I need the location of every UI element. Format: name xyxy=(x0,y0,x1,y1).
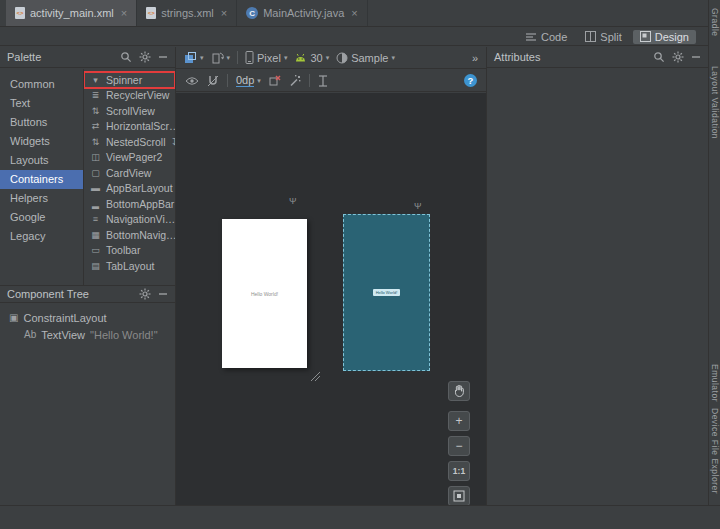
tab-strings-xml[interactable]: <> strings.xml × xyxy=(137,0,237,26)
zoom-reset-button[interactable]: 1:1 xyxy=(448,461,470,481)
design-canvas[interactable]: Ψ Ψ Hello World! Hello World! + − 1:1 xyxy=(176,93,486,505)
category-helpers[interactable]: Helpers xyxy=(0,189,83,208)
category-google[interactable]: Google xyxy=(0,208,83,227)
category-widgets[interactable]: Widgets xyxy=(0,132,83,151)
category-legacy[interactable]: Legacy xyxy=(0,227,83,246)
code-view-button[interactable]: Code xyxy=(518,30,574,44)
device-antenna-icon: Ψ xyxy=(414,201,422,211)
tab-label: activity_main.xml xyxy=(30,7,114,19)
close-icon[interactable]: × xyxy=(121,7,127,19)
component-toolbar[interactable]: ▭Toolbar xyxy=(84,243,175,259)
textview-text-annotation: "Hello World!" xyxy=(90,329,158,341)
design-view-phone[interactable]: Hello World! xyxy=(222,219,307,368)
minimize-icon[interactable] xyxy=(691,52,701,62)
component-navigationview[interactable]: ≡NavigationVi… xyxy=(84,212,175,228)
category-common[interactable]: Common xyxy=(0,75,83,94)
palette-title: Palette xyxy=(7,51,113,63)
pack-selection-icon[interactable] xyxy=(318,75,328,87)
component-appbarlayout[interactable]: ▬AppBarLayout xyxy=(84,181,175,197)
tool-tab-gradle[interactable]: Gradle xyxy=(710,8,720,37)
close-icon[interactable]: × xyxy=(351,7,357,19)
search-icon[interactable] xyxy=(120,51,132,63)
component-recyclerview[interactable]: ≣RecyclerView xyxy=(84,88,175,104)
close-icon[interactable]: × xyxy=(221,7,227,19)
textview-blueprint-preview[interactable]: Hello World! xyxy=(373,289,401,296)
component-bottomappbar[interactable]: ▂BottomAppBar xyxy=(84,196,175,212)
default-margins-button[interactable]: 0dp ▾ xyxy=(236,74,261,87)
component-horizontalscrollview[interactable]: ⇄HorizontalScr… xyxy=(84,119,175,135)
tool-tab-device-file-explorer[interactable]: Device File Explorer xyxy=(710,408,720,494)
scrollview-icon: ⇅ xyxy=(90,106,101,116)
tool-tab-layout-validation[interactable]: Layout Validation xyxy=(710,66,720,139)
component-spinner[interactable]: ▾Spinner xyxy=(84,72,175,88)
zoom-in-button[interactable]: + xyxy=(448,411,470,431)
design-toolbar-row1: ▾ ▾ Pixel ▾ 30 ▾ Sample ▾ » xyxy=(176,47,486,69)
horizontalscroll-icon: ⇄ xyxy=(90,121,101,131)
help-button[interactable]: ? xyxy=(464,74,477,87)
design-toolbar-row2: 0dp ▾ ? xyxy=(176,70,486,92)
design-surface-selector[interactable]: ▾ xyxy=(184,51,204,64)
blueprint-view-phone[interactable]: Hello World! xyxy=(343,214,430,371)
attributes-title: Attributes xyxy=(494,51,646,63)
component-tree-title: Component Tree xyxy=(7,288,132,300)
component-scrollview[interactable]: ⇅ScrollView xyxy=(84,103,175,119)
tree-item-textview[interactable]: Ab TextView "Hello World!" xyxy=(0,326,175,343)
autoconnect-magnet-icon[interactable] xyxy=(207,75,219,87)
theme-icon xyxy=(336,52,348,64)
device-selector[interactable]: Pixel ▾ xyxy=(245,51,287,64)
view-options-eye-icon[interactable] xyxy=(185,76,199,86)
component-viewpager2[interactable]: ◫ViewPager2 xyxy=(84,150,175,166)
tab-activity-main-xml[interactable]: <> activity_main.xml × xyxy=(6,0,137,26)
toolbar-icon: ▭ xyxy=(90,245,101,255)
tab-mainactivity-java[interactable]: C MainActivity.java × xyxy=(237,0,368,26)
gear-icon[interactable] xyxy=(139,288,151,300)
api-level-selector[interactable]: 30 ▾ xyxy=(294,52,329,64)
category-buttons[interactable]: Buttons xyxy=(0,113,83,132)
nestedscroll-icon: ⇅ xyxy=(90,137,101,147)
bottomnavigation-icon: ▦ xyxy=(90,230,101,240)
code-icon xyxy=(525,32,537,42)
tool-tab-emulator[interactable]: Emulator xyxy=(710,364,720,402)
appbar-icon: ▬ xyxy=(90,183,101,193)
orientation-icon xyxy=(211,51,224,64)
toolbar-overflow-button[interactable]: » xyxy=(472,52,478,64)
resize-handle[interactable] xyxy=(309,370,321,382)
gear-icon[interactable] xyxy=(139,51,151,63)
zoom-to-fit-button[interactable] xyxy=(448,486,470,505)
component-nestedscrollview[interactable]: ⇅NestedScroll↧ xyxy=(84,134,175,150)
component-tree-header: Component Tree xyxy=(0,285,175,303)
palette-header: Palette xyxy=(0,47,175,68)
bottomappbar-icon: ▂ xyxy=(90,199,101,209)
gear-icon[interactable] xyxy=(672,51,684,63)
infer-constraints-wand-icon[interactable] xyxy=(289,75,301,87)
cardview-icon: ▢ xyxy=(90,168,101,178)
orientation-selector[interactable]: ▾ xyxy=(211,51,231,64)
component-cardview[interactable]: ▢CardView xyxy=(84,165,175,181)
category-text[interactable]: Text xyxy=(0,94,83,113)
split-view-button[interactable]: Split xyxy=(578,30,628,44)
tablayout-icon: ▤ xyxy=(90,261,101,271)
navigationview-icon: ≡ xyxy=(90,214,101,224)
search-icon[interactable] xyxy=(653,51,665,63)
canvas-controls: + − 1:1 xyxy=(448,381,470,505)
design-view-button[interactable]: Design xyxy=(633,30,696,44)
textview-icon: Ab xyxy=(24,329,36,340)
component-tablayout[interactable]: ▤TabLayout xyxy=(84,258,175,274)
pan-hand-button[interactable] xyxy=(448,381,470,401)
clear-constraints-icon[interactable] xyxy=(269,75,281,87)
tree-item-constraintlayout[interactable]: ▣ ConstraintLayout xyxy=(0,309,175,326)
textview-preview[interactable]: Hello World! xyxy=(251,291,278,297)
recyclerview-icon: ≣ xyxy=(90,90,101,100)
category-layouts[interactable]: Layouts xyxy=(0,151,83,170)
java-class-icon: C xyxy=(246,7,258,19)
minimize-icon[interactable] xyxy=(158,52,168,62)
category-containers[interactable]: Containers xyxy=(0,170,83,189)
minimize-icon[interactable] xyxy=(158,289,168,299)
android-icon xyxy=(294,53,307,62)
theme-selector[interactable]: Sample ▾ xyxy=(336,52,395,64)
zoom-out-button[interactable]: − xyxy=(448,436,470,456)
component-bottomnavigation[interactable]: ▦BottomNavig… xyxy=(84,227,175,243)
tab-label: strings.xml xyxy=(161,7,214,19)
device-antenna-icon: Ψ xyxy=(289,196,297,206)
xml-file-icon: <> xyxy=(15,7,25,19)
